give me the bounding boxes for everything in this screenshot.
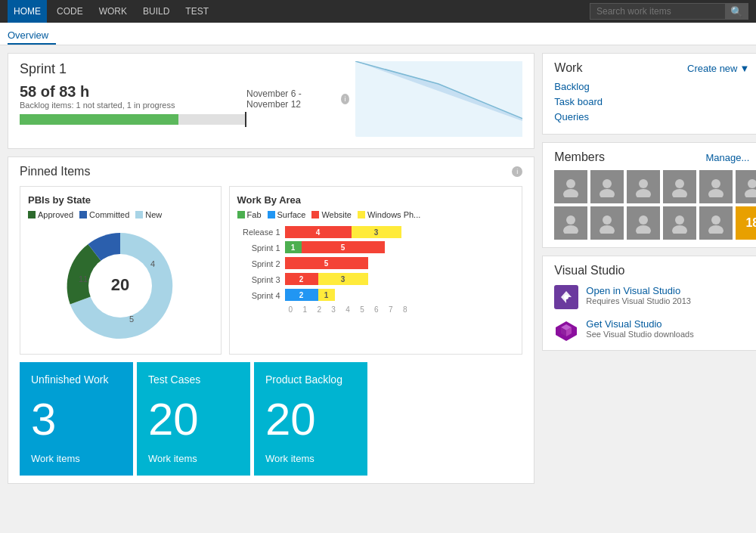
work-by-area-card: Work By Area Fab Surface Website bbox=[229, 186, 523, 355]
avatar-7 bbox=[554, 206, 587, 240]
avatar-8 bbox=[590, 206, 624, 240]
top-nav: HOME CODE WORK BUILD TEST 🔍 bbox=[0, 0, 756, 23]
svg-point-16 bbox=[708, 189, 723, 197]
nav-code[interactable]: CODE bbox=[51, 0, 89, 23]
sprint-backlog-status: Backlog items: 1 not started, 1 in progr… bbox=[20, 101, 246, 110]
bar-row-sprint1: Sprint 1 1 5 bbox=[241, 241, 515, 255]
manage-link[interactable]: Manage... bbox=[706, 152, 750, 163]
sprint-section: Sprint 1 58 of 83 h Backlog items: 1 not… bbox=[8, 53, 534, 149]
svg-text:11: 11 bbox=[79, 274, 88, 284]
avatar-5 bbox=[699, 170, 733, 203]
avatar-1 bbox=[554, 170, 587, 203]
nav-work[interactable]: WORK bbox=[93, 0, 133, 23]
burndown-chart bbox=[355, 61, 522, 137]
search-button[interactable]: 🔍 bbox=[726, 3, 748, 20]
svg-text:20: 20 bbox=[111, 275, 129, 294]
tile-product-backlog[interactable]: Product Backlog 20 Work items bbox=[254, 362, 367, 476]
wba-legend-surface: Surface bbox=[268, 210, 306, 219]
wba-legend-website: Website bbox=[311, 210, 352, 219]
create-new-button[interactable]: Create new ▼ bbox=[687, 63, 749, 74]
sprint-progress-marker bbox=[245, 112, 246, 127]
pbis-chart-title: PBIs by State bbox=[28, 194, 213, 206]
tile-test-cases[interactable]: Test Cases 20 Work items bbox=[137, 362, 250, 476]
svg-point-19 bbox=[566, 215, 575, 225]
main-content: Sprint 1 58 of 83 h Backlog items: 1 not… bbox=[0, 45, 756, 533]
subnav-overview[interactable]: Overview bbox=[8, 26, 56, 45]
svg-point-10 bbox=[600, 189, 615, 197]
avatar-9 bbox=[627, 206, 660, 240]
svg-point-14 bbox=[672, 189, 687, 197]
avatar-11 bbox=[699, 206, 733, 240]
vs-get-item: Get Visual Studio See Visual Studio down… bbox=[554, 318, 749, 342]
work-queries-link[interactable]: Queries bbox=[554, 111, 749, 122]
bar-row-sprint2: Sprint 2 5 bbox=[241, 257, 515, 271]
svg-point-22 bbox=[600, 225, 615, 234]
pinned-items-info-icon[interactable]: i bbox=[512, 166, 522, 177]
tile-backlog-subtitle: Work items bbox=[265, 453, 356, 464]
svg-text:5: 5 bbox=[129, 315, 134, 324]
legend-committed: Committed bbox=[79, 210, 129, 219]
work-by-area-title: Work By Area bbox=[237, 194, 515, 206]
avatar-4 bbox=[663, 170, 696, 203]
pbi-pie-chart: 20 4 5 11 bbox=[52, 225, 188, 346]
svg-point-21 bbox=[603, 215, 612, 225]
avatar-3 bbox=[627, 170, 660, 203]
sprint-progress-fill bbox=[20, 114, 178, 125]
vs-open-icon bbox=[554, 285, 578, 309]
right-sidebar: Work Create new ▼ Backlog Task board Que… bbox=[542, 53, 756, 525]
svg-point-27 bbox=[711, 215, 720, 225]
tile-test-title: Test Cases bbox=[148, 373, 239, 386]
nav-search-area: 🔍 bbox=[590, 3, 748, 20]
svg-point-20 bbox=[563, 225, 578, 234]
svg-point-28 bbox=[708, 225, 723, 234]
vs-get-link[interactable]: Get Visual Studio bbox=[586, 318, 693, 330]
vs-open-link[interactable]: Open in Visual Studio bbox=[586, 285, 691, 296]
svg-point-13 bbox=[675, 179, 684, 188]
wba-legend-fab: Fab bbox=[237, 210, 262, 219]
svg-point-23 bbox=[639, 215, 648, 225]
sprint-title: Sprint 1 bbox=[20, 61, 246, 77]
bar-row-release1: Release 1 4 3 bbox=[241, 225, 515, 239]
pinned-items-section: Pinned Items i PBIs by State Approved Co… bbox=[8, 156, 534, 484]
svg-point-29 bbox=[564, 295, 569, 299]
sprint-info-icon[interactable]: i bbox=[341, 94, 349, 104]
svg-point-9 bbox=[603, 179, 612, 188]
svg-point-24 bbox=[636, 225, 651, 234]
svg-text:4: 4 bbox=[150, 259, 155, 268]
legend-new: New bbox=[135, 210, 162, 219]
members-grid: 18 bbox=[554, 170, 749, 240]
work-section: Work Create new ▼ Backlog Task board Que… bbox=[542, 53, 756, 135]
vs-get-sub: See Visual Studio downloads bbox=[586, 330, 693, 339]
legend-approved: Approved bbox=[28, 210, 73, 219]
work-taskboard-link[interactable]: Task board bbox=[554, 96, 749, 107]
svg-point-12 bbox=[636, 189, 651, 197]
avatar-10 bbox=[663, 206, 696, 240]
left-column: Sprint 1 58 of 83 h Backlog items: 1 not… bbox=[8, 53, 534, 525]
vs-open-sub: Requires Visual Studio 2013 bbox=[586, 296, 691, 305]
nav-build[interactable]: BUILD bbox=[137, 0, 175, 23]
members-section: Members Manage... bbox=[542, 142, 756, 248]
tile-test-subtitle: Work items bbox=[148, 453, 239, 464]
bar-row-sprint4: Sprint 4 2 1 bbox=[241, 289, 515, 302]
svg-point-17 bbox=[748, 179, 756, 188]
pbis-by-state-card: PBIs by State Approved Committed New bbox=[20, 186, 222, 355]
avatar-2 bbox=[590, 170, 624, 203]
nav-test[interactable]: TEST bbox=[179, 0, 215, 23]
svg-point-26 bbox=[672, 225, 687, 234]
search-input[interactable] bbox=[590, 3, 726, 20]
tile-unfinished-subtitle: Work items bbox=[31, 453, 122, 464]
work-backlog-link[interactable]: Backlog bbox=[554, 81, 749, 92]
tile-unfinished-work[interactable]: Unfinished Work 3 Work items bbox=[20, 362, 133, 476]
wba-legend-windows: Windows Ph... bbox=[358, 210, 420, 219]
tile-backlog-number: 20 bbox=[265, 397, 356, 442]
vs-get-icon bbox=[554, 318, 578, 342]
visual-studio-section: Visual Studio Open in Visual Studio Requ… bbox=[542, 256, 756, 351]
svg-point-7 bbox=[566, 179, 575, 188]
sprint-hours: 58 of 83 h bbox=[20, 83, 246, 101]
svg-point-8 bbox=[563, 189, 578, 197]
members-title: Members bbox=[554, 150, 605, 164]
tile-backlog-title: Product Backlog bbox=[265, 373, 356, 386]
svg-point-11 bbox=[639, 179, 648, 188]
svg-point-18 bbox=[745, 189, 756, 197]
nav-home[interactable]: HOME bbox=[8, 0, 47, 23]
